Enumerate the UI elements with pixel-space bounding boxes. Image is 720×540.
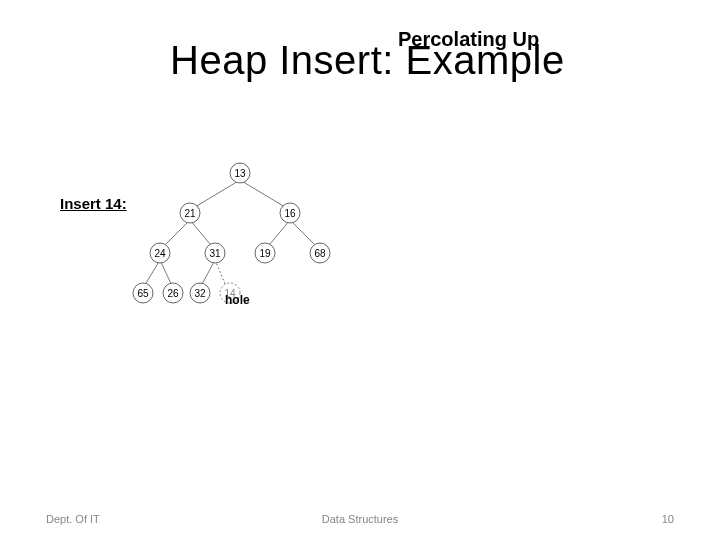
footer-page-number: 10 bbox=[662, 513, 674, 525]
tree-node: 65 bbox=[133, 283, 153, 303]
tree-node: 32 bbox=[190, 283, 210, 303]
node-value: 16 bbox=[284, 208, 296, 219]
svg-line-1 bbox=[240, 180, 290, 210]
svg-line-0 bbox=[190, 180, 240, 210]
tree-node: 19 bbox=[255, 243, 275, 263]
node-value: 31 bbox=[209, 248, 221, 259]
slide-container: Percolating Up Heap Insert: Example Inse… bbox=[0, 0, 720, 540]
node-value: 24 bbox=[154, 248, 166, 259]
page-title: Heap Insert: Example bbox=[170, 38, 565, 83]
hole-label: hole bbox=[225, 293, 250, 307]
footer-course: Data Structures bbox=[0, 513, 720, 525]
tree-node: 31 bbox=[205, 243, 225, 263]
node-value: 32 bbox=[194, 288, 206, 299]
tree-node: 13 bbox=[230, 163, 250, 183]
tree-node: 16 bbox=[280, 203, 300, 223]
insert-label: Insert 14: bbox=[60, 195, 127, 212]
node-value: 13 bbox=[234, 168, 246, 179]
node-value: 68 bbox=[314, 248, 326, 259]
tree-node: 68 bbox=[310, 243, 330, 263]
tree-node: 24 bbox=[150, 243, 170, 263]
node-value: 26 bbox=[167, 288, 179, 299]
node-value: 65 bbox=[137, 288, 149, 299]
node-value: 19 bbox=[259, 248, 271, 259]
svg-line-10 bbox=[215, 260, 226, 286]
node-value: 21 bbox=[184, 208, 196, 219]
tree-node: 26 bbox=[163, 283, 183, 303]
tree-node: 21 bbox=[180, 203, 200, 223]
